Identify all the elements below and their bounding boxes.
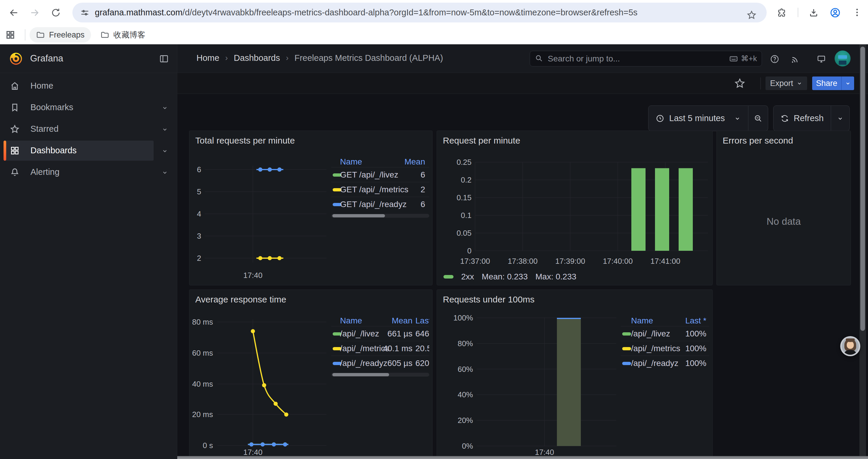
user-avatar[interactable]: [835, 51, 850, 66]
search-input[interactable]: [547, 54, 725, 64]
keyboard-icon: [729, 54, 738, 63]
series-color-pill: [443, 275, 454, 278]
bookmark-folder-blogs[interactable]: 收藏博客: [94, 27, 152, 42]
svg-text:5: 5: [197, 187, 201, 196]
breadcrumb-home[interactable]: Home: [196, 53, 219, 63]
svg-text:0: 0: [467, 246, 471, 255]
legend-row[interactable]: /api/_/metrics 100%: [621, 341, 709, 356]
clock-icon: [656, 114, 664, 123]
floating-assistant-avatar[interactable]: [840, 336, 860, 356]
legend-scrollbar[interactable]: [331, 373, 429, 376]
url-bar[interactable]: grafana.mathmast.com/d/deytv4rwavabkb/fr…: [72, 3, 767, 23]
sidebar-item-label: Bookmarks: [30, 102, 73, 112]
svg-text:20%: 20%: [458, 416, 473, 425]
chevron-down-icon[interactable]: [161, 169, 168, 177]
favorite-star-icon[interactable]: [734, 77, 746, 89]
folder-icon: [36, 30, 45, 39]
refresh-interval-button[interactable]: [831, 105, 850, 131]
breadcrumb-separator: ›: [280, 54, 294, 63]
panel-total-requests-per-minute[interactable]: Total requests per minute 6543217:40 Nam…: [189, 131, 433, 285]
sidebar-item-starred[interactable]: Starred: [0, 119, 177, 139]
svg-text:17:40: 17:40: [535, 448, 554, 457]
folder-icon: [100, 30, 109, 39]
legend-table: Name Mean GET /api/_/livez 6 GET /api/_/…: [331, 155, 429, 218]
site-settings-icon[interactable]: [80, 8, 90, 18]
sidebar: Grafana Home Bookmarks Starred: [0, 44, 177, 459]
chevron-down-icon: [845, 80, 851, 87]
panel-request-per-minute[interactable]: Request per minute 0.250.20.150.10.05017…: [437, 131, 713, 285]
extensions-icon[interactable]: [776, 7, 787, 18]
sidebar-item-alerting[interactable]: Alerting: [0, 162, 177, 183]
panel-average-response-time[interactable]: Average response time 80 ms60 ms40 ms20 …: [189, 290, 433, 459]
chevron-down-icon[interactable]: [161, 126, 168, 134]
legend-row[interactable]: GET /api/_/readyz 6: [331, 197, 429, 212]
svg-text:80 ms: 80 ms: [192, 318, 213, 326]
legend-row[interactable]: /api/_/readyz 100%: [621, 356, 709, 371]
svg-text:60%: 60%: [458, 365, 473, 374]
dock-sidebar-icon[interactable]: [159, 54, 169, 64]
browser-menu-icon[interactable]: [852, 7, 862, 18]
bookmark-star-icon[interactable]: [747, 10, 756, 20]
apps-grid-icon[interactable]: [5, 30, 16, 40]
downloads-icon[interactable]: [808, 7, 819, 18]
legend[interactable]: 2xx Mean: 0.233 Max: 0.233: [443, 272, 577, 282]
refresh-icon: [780, 114, 789, 123]
chevron-down-icon[interactable]: [161, 104, 168, 112]
scrollbar-thumb[interactable]: [332, 373, 389, 376]
share-button[interactable]: Share: [812, 76, 841, 90]
avatar-image: [842, 338, 859, 355]
refresh-button[interactable]: Refresh: [773, 105, 831, 131]
legend-header: Name Mean: [331, 155, 429, 167]
back-icon[interactable]: [9, 8, 19, 18]
brand-name: Grafana: [30, 53, 63, 64]
search-box[interactable]: ⌘+k: [530, 51, 762, 66]
chevron-down-icon: [837, 115, 844, 122]
legend-row[interactable]: GET /api/_/metrics 2: [331, 182, 429, 197]
panel-errors-per-second[interactable]: Errors per second No data: [716, 131, 851, 285]
legend-row[interactable]: /api/_/livez 100%: [621, 326, 709, 341]
url-input[interactable]: grafana.mathmast.com/d/deytv4rwavabkb/fr…: [95, 8, 638, 18]
news-rss-icon[interactable]: [790, 54, 800, 64]
sidebar-item-home[interactable]: Home: [0, 76, 177, 96]
series-mean: Mean: 0.233: [482, 272, 528, 282]
legend-row[interactable]: GET /api/_/livez 6: [331, 167, 429, 182]
svg-text:0.15: 0.15: [457, 193, 471, 202]
time-range-picker[interactable]: Last 5 minutes: [648, 105, 748, 131]
help-icon[interactable]: [770, 54, 779, 64]
legend-row[interactable]: /api/_/metrics 40.1 ms 20.5 m: [331, 341, 429, 356]
export-button[interactable]: Export: [766, 76, 807, 90]
panel-title[interactable]: Errors per second: [723, 136, 793, 145]
search-icon: [535, 54, 543, 64]
bookmarks-divider: [25, 29, 25, 40]
reload-icon[interactable]: [51, 8, 61, 18]
svg-text:17:39:00: 17:39:00: [555, 257, 585, 266]
page-scrollbar-thumb[interactable]: [860, 47, 865, 331]
legend-header: Name Mean Last *: [331, 314, 429, 326]
svg-text:0.1: 0.1: [461, 211, 471, 220]
sidebar-item-label: Home: [30, 81, 53, 91]
scrollbar-thumb[interactable]: [332, 214, 385, 218]
display-icon[interactable]: [816, 54, 826, 64]
panel-requests-under-100ms[interactable]: Requests under 100ms 100%80%60%40%20%0%1…: [437, 290, 713, 459]
svg-text:2: 2: [197, 254, 201, 263]
sidebar-item-bookmarks[interactable]: Bookmarks: [0, 97, 177, 118]
svg-text:0%: 0%: [462, 441, 473, 451]
profile-icon[interactable]: [830, 7, 841, 18]
forward-icon[interactable]: [30, 8, 39, 18]
legend-row[interactable]: /api/_/readyz 605 µs 620: [331, 356, 429, 371]
svg-text:17:40: 17:40: [243, 271, 262, 280]
zoom-out-button[interactable]: [748, 105, 768, 131]
breadcrumb-dashboards[interactable]: Dashboards: [234, 53, 280, 63]
legend-scrollbar[interactable]: [331, 214, 429, 218]
request-per-minute-chart[interactable]: 0.250.20.150.10.05017:37:0017:38:0017:39…: [437, 131, 713, 285]
breadcrumb-current: Freeleaps Metrics Dashboard (ALPHA): [294, 53, 443, 63]
grafana-logo[interactable]: [8, 51, 24, 67]
svg-text:6: 6: [197, 165, 201, 174]
share-menu-button[interactable]: [841, 76, 854, 90]
bookmark-folder-freeleaps[interactable]: Freeleaps: [30, 27, 91, 42]
chevron-down-icon[interactable]: [161, 147, 168, 156]
svg-text:17:38:00: 17:38:00: [507, 257, 537, 266]
sidebar-item-dashboards[interactable]: Dashboards: [0, 140, 177, 161]
legend-row[interactable]: /api/_/livez 661 µs 646: [331, 326, 429, 341]
star-icon: [10, 124, 20, 135]
